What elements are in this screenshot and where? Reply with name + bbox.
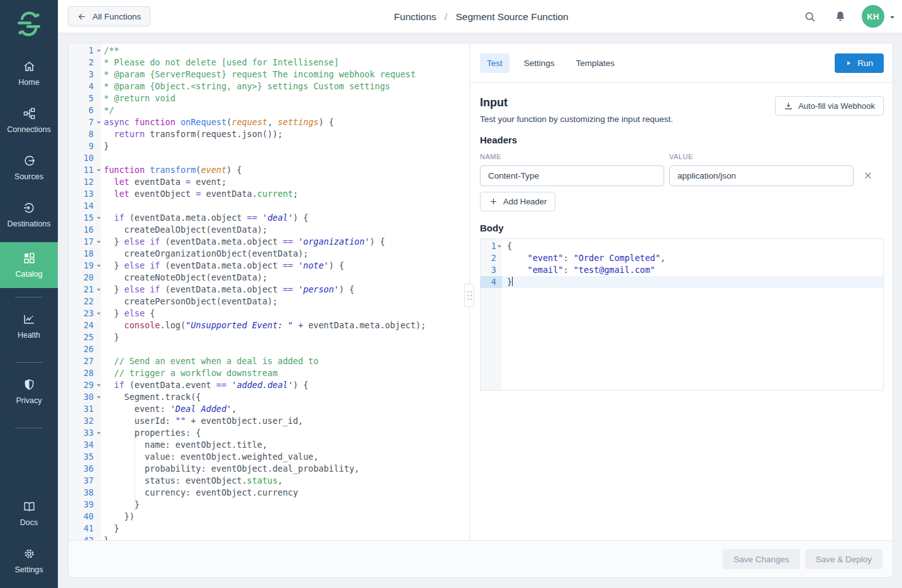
code-line[interactable]: 9} <box>69 140 469 152</box>
gutter-cell: 3 <box>481 264 502 276</box>
code-line[interactable]: 26 <box>69 343 469 355</box>
code-line[interactable]: 28 // trigger a workflow downstream <box>69 367 469 379</box>
code-line[interactable]: 40 }) <box>69 511 469 523</box>
sidebar-item-destinations[interactable]: Destinations <box>0 195 58 235</box>
fold-toggle-icon[interactable] <box>97 396 101 399</box>
sidebar-item-connections[interactable]: Connections <box>0 101 58 140</box>
breadcrumb-functions[interactable]: Functions <box>394 11 436 22</box>
code-line[interactable]: 2* Please do not delete [used for Intell… <box>69 57 469 69</box>
sidebar-item-settings[interactable]: Settings <box>0 541 58 580</box>
line-number: 15 <box>84 213 94 223</box>
sidebar-item-catalog[interactable]: Catalog <box>0 242 58 288</box>
code-line[interactable]: 11function transform(event) { <box>69 164 469 176</box>
code-line[interactable]: 21 } else if (eventData.meta.object == '… <box>69 284 469 296</box>
sidebar-item-home[interactable]: Home <box>0 53 58 93</box>
code-line[interactable]: 12 let eventData = event; <box>69 176 469 188</box>
code-line[interactable]: 41 } <box>69 523 469 535</box>
code-editor[interactable]: 1/**2* Please do not delete [used for In… <box>69 43 469 540</box>
account-menu-caret-icon[interactable] <box>888 13 896 21</box>
code-line[interactable]: 3 "email": "test@gmail.com" <box>481 264 883 276</box>
code-line[interactable]: 38 currency: eventObject.currency <box>69 487 469 499</box>
code-line[interactable]: 37 status: eventObject.status, <box>69 475 469 487</box>
code-line[interactable]: 2 "event": "Order Completed", <box>481 252 883 264</box>
sidebar-item-sources[interactable]: Sources <box>0 148 58 187</box>
code-line[interactable]: 20 createNoteObject(eventData); <box>69 272 469 284</box>
body-editor[interactable]: 1{2 "event": "Order Completed",3 "email"… <box>480 238 884 391</box>
code-line[interactable]: 19 } else if (eventData.meta.object == '… <box>69 260 469 272</box>
code-line[interactable]: 7async function onRequest(request, setti… <box>69 116 469 128</box>
code-line[interactable]: 24 console.log("Unsupported Event: " + e… <box>69 319 469 331</box>
notifications-bell-icon[interactable] <box>833 10 847 24</box>
segment-logo-icon[interactable] <box>14 9 43 38</box>
fold-toggle-icon[interactable] <box>498 245 501 248</box>
code-line[interactable]: 4} <box>481 276 883 288</box>
code-line[interactable]: 22 createPersonObject(eventData); <box>69 296 469 308</box>
gutter-cell: 16 <box>69 224 101 236</box>
code-line[interactable]: 36 probability: eventObject.deal_probabi… <box>69 463 469 475</box>
fold-toggle-icon[interactable] <box>97 241 101 243</box>
code-line[interactable]: 5* @return void <box>69 92 469 104</box>
code-line[interactable]: 4* @param {Object.<string, any>} setting… <box>69 80 469 92</box>
code-line[interactable]: 3* @param {ServerRequest} request The in… <box>69 69 469 80</box>
fold-toggle-icon[interactable] <box>97 265 101 267</box>
code-line[interactable]: 30 Segment.track({ <box>69 391 469 403</box>
code-line[interactable]: 6*/ <box>69 104 469 116</box>
code-line[interactable]: 35 value: eventObject.weighted_value, <box>69 451 469 463</box>
run-button[interactable]: Run <box>835 53 884 73</box>
save-changes-button[interactable]: Save Changes <box>723 549 800 569</box>
add-header-button[interactable]: Add Header <box>480 192 555 211</box>
code-text <box>101 343 469 355</box>
avatar[interactable]: KH <box>862 5 884 28</box>
sidebar-item-health[interactable]: Health <box>0 306 58 346</box>
line-number: 18 <box>84 248 94 258</box>
code-line[interactable]: 31 event: 'Deal Added', <box>69 403 469 415</box>
code-text: { <box>502 240 883 252</box>
fold-toggle-icon[interactable] <box>97 289 101 291</box>
code-line[interactable]: 17 } else if (eventData.meta.object == '… <box>69 236 469 248</box>
sidebar-item-label: Health <box>18 331 40 340</box>
code-line[interactable]: 42} <box>69 535 469 540</box>
code-line[interactable]: 18 createOrganizationObject(eventData); <box>69 248 469 260</box>
remove-header-icon[interactable] <box>863 170 873 180</box>
code-line[interactable]: 27 // Send an event when a deal is added… <box>69 355 469 367</box>
breadcrumb-separator: / <box>445 11 447 22</box>
code-line[interactable]: 14 <box>69 200 469 212</box>
fold-toggle-icon[interactable] <box>97 121 101 124</box>
fold-toggle-icon[interactable] <box>97 50 101 52</box>
tab-templates[interactable]: Templates <box>569 53 622 73</box>
sidebar-item-privacy[interactable]: Privacy <box>0 372 58 411</box>
search-icon[interactable] <box>803 10 817 24</box>
header-name-input[interactable] <box>480 165 664 186</box>
fold-toggle-icon[interactable] <box>97 432 101 435</box>
code-line[interactable]: 8 return transform(request.json()); <box>69 128 469 140</box>
code-line[interactable]: 33 properties: { <box>69 427 469 439</box>
header-value-input[interactable] <box>669 165 854 186</box>
code-line[interactable]: 32 userId: "" + eventObject.user_id, <box>69 415 469 427</box>
code-line[interactable]: 1{ <box>481 240 883 252</box>
save-deploy-button[interactable]: Save & Deploy <box>805 549 883 569</box>
fold-toggle-icon[interactable] <box>97 169 101 172</box>
fold-toggle-icon[interactable] <box>97 217 101 219</box>
code-line[interactable]: 13 let eventObject = eventData.current; <box>69 188 469 200</box>
tab-settings[interactable]: Settings <box>517 53 562 73</box>
code-line[interactable]: 10 <box>69 152 469 164</box>
sidebar-item-docs[interactable]: Docs <box>0 494 58 533</box>
gutter-cell: 37 <box>69 475 101 487</box>
header-name-label: NAME <box>480 153 501 160</box>
tab-test[interactable]: Test <box>480 53 509 73</box>
code-line[interactable]: 34 name: eventObject.title, <box>69 439 469 451</box>
code-line[interactable]: 16 createDealObject(eventData); <box>69 224 469 236</box>
fold-toggle-icon[interactable] <box>97 313 101 315</box>
code-line[interactable]: 29 if (eventData.event == 'added.deal') … <box>69 379 469 391</box>
code-line[interactable]: 25 } <box>69 331 469 343</box>
code-line[interactable]: 1/** <box>69 45 469 57</box>
fold-toggle-icon[interactable] <box>97 384 101 387</box>
gutter-cell: 42 <box>69 535 101 540</box>
line-number: 32 <box>84 416 94 426</box>
code-line[interactable]: 23 } else { <box>69 308 469 319</box>
code-line[interactable]: 15 if (eventData.meta.object == 'deal') … <box>69 212 469 224</box>
all-functions-back-button[interactable]: All Functions <box>68 6 150 26</box>
autofill-via-webhook-button[interactable]: Auto-fill via Webhook <box>775 96 884 116</box>
back-arrow-icon <box>77 12 87 21</box>
code-line[interactable]: 39 } <box>69 499 469 511</box>
